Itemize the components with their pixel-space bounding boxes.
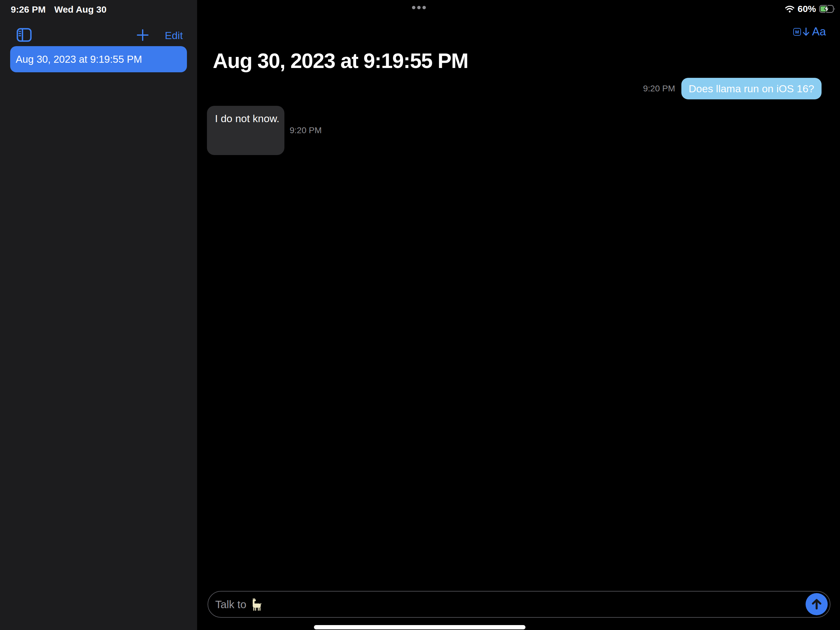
dot-icon <box>422 6 426 9</box>
message-input[interactable]: Talk to <box>208 591 831 618</box>
markdown-badge-icon: M <box>793 28 801 36</box>
sidebar-toggle-icon <box>17 28 32 42</box>
battery-charging-icon <box>819 5 835 13</box>
message-row-user: 9:20 PM Does llama run on iOS 16? <box>197 78 831 99</box>
assistant-message-bubble[interactable]: I do not know. <box>207 106 284 155</box>
message-row-assistant: I do not know. 9:20 PM <box>207 106 322 155</box>
sidebar-toggle-button[interactable] <box>17 28 32 42</box>
message-timestamp: 9:20 PM <box>643 84 675 93</box>
status-time: 9:26 PM <box>11 4 46 15</box>
markdown-letter: M <box>795 29 799 35</box>
send-button[interactable] <box>805 593 828 615</box>
app-screen: 9:26 PM Wed Aug 30 Edit Aug 30, 2023 at … <box>0 0 840 630</box>
status-bar-left: 9:26 PM Wed Aug 30 <box>11 4 106 15</box>
new-conversation-button[interactable] <box>136 29 149 41</box>
llama-icon <box>251 598 263 611</box>
dot-icon <box>417 6 421 9</box>
export-markdown-button[interactable]: M <box>793 27 810 36</box>
user-message-text: Does llama run on iOS 16? <box>689 83 814 95</box>
conversation-list-item[interactable]: Aug 30, 2023 at 9:19:55 PM <box>10 46 187 72</box>
dot-icon <box>412 6 415 9</box>
page-title: Aug 30, 2023 at 9:19:55 PM <box>213 49 468 73</box>
edit-button[interactable]: Edit <box>165 30 183 41</box>
plus-icon <box>136 29 149 41</box>
text-size-button[interactable]: Aa <box>812 25 826 38</box>
message-timestamp: 9:20 PM <box>290 125 322 135</box>
window-grabber[interactable] <box>412 6 426 9</box>
status-bar-right: 60% <box>785 4 835 14</box>
status-date: Wed Aug 30 <box>54 4 106 15</box>
assistant-message-text: I do not know. <box>215 112 279 124</box>
sidebar: 9:26 PM Wed Aug 30 Edit Aug 30, 2023 at … <box>0 0 197 630</box>
arrow-up-icon <box>810 598 823 611</box>
arrow-down-icon <box>802 27 810 36</box>
placeholder-text: Talk to <box>215 598 246 611</box>
wifi-icon <box>785 6 794 13</box>
input-placeholder: Talk to <box>215 598 263 611</box>
home-indicator[interactable] <box>314 625 526 629</box>
battery-percent: 60% <box>797 4 816 14</box>
conversation-label: Aug 30, 2023 at 9:19:55 PM <box>16 54 142 65</box>
chat-toolbar: M Aa <box>793 25 826 38</box>
user-message-bubble[interactable]: Does llama run on iOS 16? <box>681 78 821 99</box>
